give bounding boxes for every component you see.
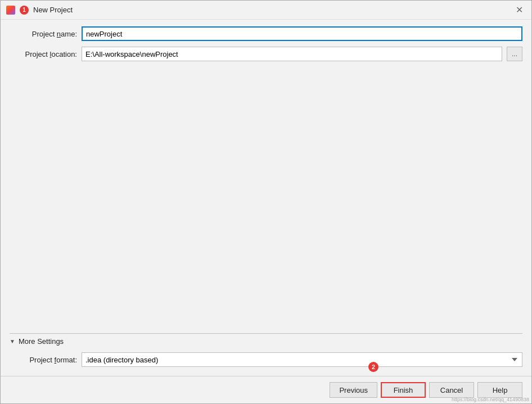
- dialog-body: Project name: Project location: ... ▼ Mo…: [1, 20, 531, 376]
- collapse-arrow-icon: ▼: [10, 338, 15, 344]
- title-bar: 1 New Project ✕: [1, 1, 531, 20]
- project-name-input[interactable]: [82, 26, 522, 41]
- more-settings-section: ▼ More Settings Project format: .idea (d…: [10, 333, 522, 371]
- project-location-label: Project location:: [10, 50, 77, 58]
- project-location-input[interactable]: [82, 47, 502, 61]
- previous-button[interactable]: Previous: [330, 382, 377, 398]
- app-icon: [6, 6, 15, 15]
- more-settings-content: Project format: .idea (directory based) …: [10, 350, 522, 371]
- project-name-label: Project name:: [10, 30, 77, 38]
- browse-button[interactable]: ...: [507, 47, 522, 61]
- finish-button[interactable]: Finish: [381, 382, 426, 398]
- badge-2: 2: [368, 362, 378, 372]
- dialog-footer: Previous Finish Cancel Help: [1, 376, 531, 403]
- close-button[interactable]: ✕: [512, 3, 526, 17]
- new-project-dialog: 1 New Project ✕ Project name: Project lo…: [0, 0, 532, 404]
- project-format-select[interactable]: .idea (directory based) .ipr (file based…: [82, 352, 522, 367]
- help-button[interactable]: Help: [477, 382, 522, 398]
- more-settings-label: More Settings: [19, 337, 64, 346]
- more-settings-header[interactable]: ▼ More Settings: [10, 337, 522, 350]
- project-location-row: Project location: ...: [10, 47, 522, 61]
- project-name-row: Project name:: [10, 26, 522, 41]
- window-title: New Project: [33, 6, 508, 14]
- cancel-button[interactable]: Cancel: [429, 382, 474, 398]
- project-format-row: Project format: .idea (directory based) …: [10, 352, 522, 367]
- body-spacer: [10, 67, 522, 328]
- project-format-label: Project format:: [10, 356, 77, 364]
- title-badge-1: 1: [20, 6, 29, 15]
